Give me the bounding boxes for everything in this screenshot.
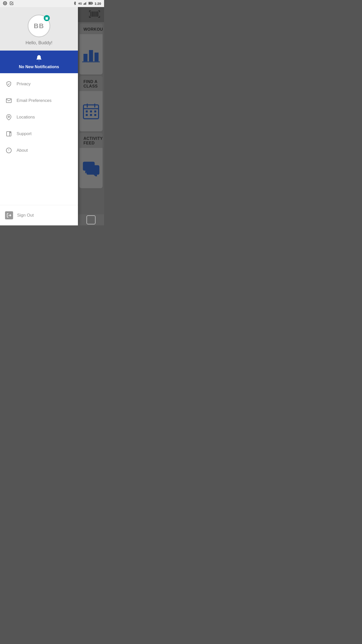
menu-item-privacy[interactable]: Privacy xyxy=(0,76,78,92)
svg-rect-19 xyxy=(94,12,94,17)
greeting-text: Hello, Buddy! xyxy=(25,40,52,46)
svg-rect-6 xyxy=(92,3,93,4)
calendar-icon xyxy=(82,102,100,120)
privacy-icon xyxy=(5,80,13,88)
svg-rect-37 xyxy=(94,114,96,116)
signal-icon xyxy=(83,2,87,6)
menu-item-support[interactable]: Support xyxy=(0,126,78,142)
svg-marker-39 xyxy=(93,175,97,176)
notification-banner: No New Notifications xyxy=(0,51,78,73)
bluetooth-icon xyxy=(73,2,77,6)
profile-section: BB Hello, Buddy! xyxy=(0,7,78,51)
svg-rect-16 xyxy=(90,12,91,17)
main-container: BB Hello, Buddy! No New Notification xyxy=(0,7,104,225)
avatar-wrapper: BB xyxy=(28,15,50,37)
edit-profile-button[interactable] xyxy=(44,15,50,21)
activity-feed-card-body xyxy=(79,148,103,188)
bar-chart-icon xyxy=(82,46,100,63)
find-class-card-header: FIND A CLASS xyxy=(79,76,103,91)
chat-icon xyxy=(82,160,101,176)
privacy-label: Privacy xyxy=(17,82,31,87)
svg-rect-32 xyxy=(86,110,88,112)
svg-rect-3 xyxy=(85,2,86,5)
signout-button[interactable]: Sign Out xyxy=(5,209,73,221)
menu-item-email-preferences[interactable]: Email Preferences xyxy=(0,92,78,109)
menu-item-about[interactable]: About xyxy=(0,142,78,159)
support-label: Support xyxy=(17,131,32,136)
svg-rect-2 xyxy=(84,3,85,5)
signout-icon xyxy=(5,211,13,219)
menu-item-locations[interactable]: Locations xyxy=(0,109,78,126)
cards-container: WORKOUTS FIND A CLASS xyxy=(78,22,104,214)
bottom-nav xyxy=(78,214,104,225)
find-a-class-card[interactable]: FIND A CLASS xyxy=(79,76,103,131)
barcode-scanner-button[interactable] xyxy=(89,10,100,20)
workouts-card-body xyxy=(79,34,103,74)
workouts-card[interactable]: WORKOUTS xyxy=(79,24,103,74)
svg-rect-35 xyxy=(86,114,88,116)
find-class-card-body xyxy=(79,91,103,131)
find-class-title: FIND A CLASS xyxy=(83,79,98,88)
locations-label: Locations xyxy=(17,115,35,120)
svg-rect-22 xyxy=(97,12,98,17)
support-icon xyxy=(5,130,13,138)
svg-rect-36 xyxy=(90,114,92,116)
svg-rect-21 xyxy=(96,12,96,17)
status-right-icons: 4G 1:20 xyxy=(73,2,101,6)
menu-list: Privacy Email Preferences xyxy=(0,73,78,205)
topbar xyxy=(78,7,104,22)
svg-rect-17 xyxy=(92,12,92,17)
svg-rect-4 xyxy=(86,2,87,5)
status-bar: 4G 1:20 xyxy=(0,0,104,7)
svg-rect-20 xyxy=(95,12,95,17)
svg-rect-23 xyxy=(98,12,98,17)
battery-icon xyxy=(88,2,93,6)
network-4g: 4G xyxy=(78,2,82,5)
bell-icon xyxy=(35,55,42,63)
task-icon xyxy=(10,1,14,6)
main-content: WORKOUTS FIND A CLASS xyxy=(78,7,104,225)
settings-icon xyxy=(3,1,7,6)
about-icon xyxy=(5,147,13,154)
workouts-title: WORKOUTS xyxy=(83,27,103,31)
svg-rect-40 xyxy=(83,162,95,171)
location-icon xyxy=(5,113,13,121)
activity-feed-card-header: ACTIVITY FEED xyxy=(79,133,103,148)
signout-area: Sign Out xyxy=(0,205,78,225)
svg-rect-25 xyxy=(89,50,93,61)
status-time: 1:20 xyxy=(95,2,101,6)
notification-text: No New Notifications xyxy=(19,65,59,69)
activity-feed-card[interactable]: ACTIVITY FEED xyxy=(79,133,103,188)
workouts-card-header: WORKOUTS xyxy=(79,24,103,34)
svg-rect-24 xyxy=(83,54,87,61)
svg-rect-34 xyxy=(94,110,96,112)
svg-rect-33 xyxy=(90,110,92,112)
svg-rect-26 xyxy=(95,53,99,61)
status-left-icons xyxy=(3,1,14,6)
signout-label: Sign Out xyxy=(17,213,34,218)
svg-point-9 xyxy=(8,116,10,117)
svg-point-0 xyxy=(5,3,6,4)
about-label: About xyxy=(17,148,28,153)
email-preferences-label: Email Preferences xyxy=(17,98,52,103)
activity-feed-title: ACTIVITY FEED xyxy=(83,136,103,145)
svg-rect-18 xyxy=(93,12,93,17)
email-icon xyxy=(5,97,13,104)
navigation-drawer: BB Hello, Buddy! No New Notification xyxy=(0,7,78,225)
svg-rect-1 xyxy=(84,4,84,5)
home-button[interactable] xyxy=(86,215,96,224)
